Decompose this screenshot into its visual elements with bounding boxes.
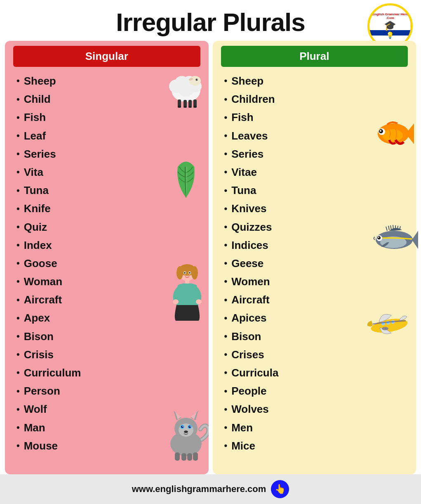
singular-list-item: Leaf [16, 127, 209, 145]
singular-list-item: Bison [16, 327, 209, 345]
svg-point-8 [197, 79, 198, 80]
plural-list-item: Men [224, 419, 416, 437]
page-header: Irregular Plurals English Grammar Here.C… [0, 0, 421, 41]
plural-list-item: Tuna [224, 181, 416, 199]
sheep-illustration [165, 64, 207, 111]
footer-url: www.englishgrammarhere.com [132, 484, 266, 495]
svg-rect-17 [193, 106, 197, 108]
singular-list-item: Curriculum [16, 364, 209, 382]
svg-point-56 [378, 237, 379, 238]
singular-list-item: Crisis [16, 345, 209, 364]
svg-rect-44 [181, 453, 186, 461]
plural-list-item: Women [224, 272, 416, 291]
svg-point-7 [195, 79, 198, 81]
plural-list-item: Wolves [224, 400, 416, 418]
plural-list-item: People [224, 382, 416, 400]
svg-point-40 [182, 426, 183, 427]
logo-text: English Grammar Here.Com [372, 13, 408, 20]
svg-point-51 [380, 130, 381, 132]
footer: www.englishgrammarhere.com 👆 [0, 474, 421, 504]
plural-list-item: Vitae [224, 163, 416, 181]
plural-list-item: Knives [224, 199, 416, 218]
svg-point-61 [382, 327, 388, 330]
svg-point-42 [184, 431, 188, 433]
singular-list: SheepChildFishLeafSeriesVitaTunaKnifeQui… [5, 70, 209, 457]
singular-list-item: Person [16, 382, 209, 400]
leaf-illustration [169, 154, 202, 201]
plural-list-item: Mice [224, 437, 416, 455]
plural-header: Plural [221, 46, 408, 67]
svg-point-20 [176, 266, 183, 279]
wolf-illustration [163, 409, 209, 464]
svg-point-25 [189, 272, 191, 274]
main-content: Singular [0, 41, 421, 474]
svg-point-39 [188, 426, 191, 428]
svg-point-38 [181, 426, 183, 428]
plural-column: Plural [213, 41, 416, 474]
svg-point-41 [190, 426, 191, 427]
plural-list-item: Sheep [224, 72, 416, 90]
svg-rect-15 [183, 106, 187, 108]
airplane-illustration [367, 305, 412, 344]
page-title: Irregular Plurals [4, 7, 417, 37]
plural-list-item: Curricula [224, 364, 416, 382]
logo-bulb-icon: 💡 [386, 31, 394, 39]
singular-list-item: Fish [16, 108, 209, 126]
plural-list-item: Crises [224, 345, 416, 364]
tuna-illustration [373, 222, 418, 259]
svg-point-27 [173, 299, 179, 304]
svg-point-6 [189, 76, 201, 86]
svg-point-48 [382, 129, 403, 142]
svg-point-21 [191, 266, 198, 279]
singular-list-item: Knife [16, 199, 209, 218]
svg-point-28 [196, 299, 202, 304]
svg-rect-11 [183, 100, 187, 107]
woman-illustration [167, 264, 207, 323]
singular-list-item: Quiz [16, 218, 209, 236]
fish-illustration [373, 117, 414, 152]
hand-pointer-icon: 👆 [271, 480, 289, 498]
singular-column: Singular [5, 41, 209, 474]
svg-rect-46 [193, 452, 198, 461]
logo-hat-icon: 🎓 [384, 20, 396, 31]
svg-point-24 [184, 272, 186, 274]
svg-rect-16 [188, 106, 192, 108]
svg-rect-43 [175, 452, 180, 461]
singular-list-item: Index [16, 236, 209, 254]
svg-rect-45 [187, 453, 192, 461]
plural-list-item: Children [224, 90, 416, 108]
svg-rect-12 [188, 100, 192, 107]
svg-rect-14 [178, 106, 181, 108]
